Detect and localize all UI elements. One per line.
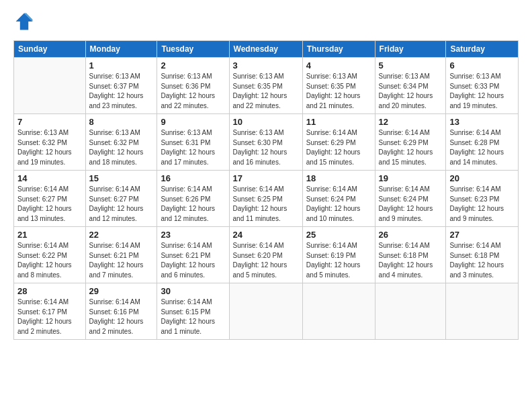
weekday-header-thursday: Thursday	[302, 41, 375, 58]
day-info: Sunrise: 6:13 AM Sunset: 6:37 PM Dayligh…	[89, 72, 154, 111]
weekday-header-tuesday: Tuesday	[157, 41, 229, 58]
calendar-cell: 15Sunrise: 6:14 AM Sunset: 6:27 PM Dayli…	[85, 171, 157, 227]
day-info: Sunrise: 6:14 AM Sunset: 6:15 PM Dayligh…	[161, 298, 225, 336]
calendar-cell: 14Sunrise: 6:14 AM Sunset: 6:27 PM Dayli…	[14, 171, 86, 227]
calendar-cell: 20Sunrise: 6:14 AM Sunset: 6:23 PM Dayli…	[446, 171, 519, 227]
day-number: 6	[449, 60, 515, 71]
calendar-cell: 29Sunrise: 6:14 AM Sunset: 6:16 PM Dayli…	[85, 283, 157, 340]
day-info: Sunrise: 6:14 AM Sunset: 6:28 PM Dayligh…	[449, 128, 515, 167]
weekday-header-wednesday: Wednesday	[229, 41, 302, 58]
day-number: 25	[306, 230, 371, 240]
calendar-cell: 12Sunrise: 6:14 AM Sunset: 6:29 PM Dayli…	[375, 114, 446, 171]
day-info: Sunrise: 6:13 AM Sunset: 6:34 PM Dayligh…	[379, 72, 443, 111]
calendar-cell: 30Sunrise: 6:14 AM Sunset: 6:15 PM Dayli…	[157, 283, 229, 340]
day-number: 4	[306, 60, 371, 71]
day-number: 9	[161, 117, 225, 127]
calendar-cell: 10Sunrise: 6:13 AM Sunset: 6:30 PM Dayli…	[229, 114, 302, 171]
day-number: 1	[89, 60, 154, 71]
day-number: 16	[161, 173, 225, 183]
day-info: Sunrise: 6:14 AM Sunset: 6:29 PM Dayligh…	[379, 128, 443, 167]
calendar-cell: 19Sunrise: 6:14 AM Sunset: 6:24 PM Dayli…	[375, 171, 446, 227]
day-info: Sunrise: 6:13 AM Sunset: 6:30 PM Dayligh…	[233, 128, 299, 167]
day-number: 3	[233, 60, 299, 71]
calendar-cell: 27Sunrise: 6:14 AM Sunset: 6:18 PM Dayli…	[446, 227, 519, 283]
day-number: 21	[17, 230, 82, 240]
calendar-cell: 28Sunrise: 6:14 AM Sunset: 6:17 PM Dayli…	[14, 283, 86, 340]
calendar-cell: 16Sunrise: 6:14 AM Sunset: 6:26 PM Dayli…	[157, 171, 229, 227]
calendar-cell: 2Sunrise: 6:13 AM Sunset: 6:36 PM Daylig…	[157, 58, 229, 114]
day-info: Sunrise: 6:14 AM Sunset: 6:21 PM Dayligh…	[161, 241, 225, 280]
weekday-header-row: SundayMondayTuesdayWednesdayThursdayFrid…	[14, 41, 519, 58]
day-info: Sunrise: 6:14 AM Sunset: 6:29 PM Dayligh…	[306, 128, 371, 167]
day-info: Sunrise: 6:13 AM Sunset: 6:36 PM Dayligh…	[161, 72, 225, 111]
calendar-table: SundayMondayTuesdayWednesdayThursdayFrid…	[13, 40, 519, 340]
day-number: 14	[17, 173, 82, 183]
calendar-week-5: 28Sunrise: 6:14 AM Sunset: 6:17 PM Dayli…	[14, 283, 519, 340]
day-number: 29	[89, 286, 154, 296]
day-info: Sunrise: 6:13 AM Sunset: 6:35 PM Dayligh…	[233, 72, 299, 111]
page: SundayMondayTuesdayWednesdayThursdayFrid…	[0, 0, 532, 411]
day-info: Sunrise: 6:14 AM Sunset: 6:19 PM Dayligh…	[306, 241, 371, 280]
calendar-cell	[14, 58, 86, 114]
calendar-cell: 21Sunrise: 6:14 AM Sunset: 6:22 PM Dayli…	[14, 227, 86, 283]
day-number: 30	[161, 286, 225, 296]
day-number: 22	[89, 230, 154, 240]
weekday-header-saturday: Saturday	[446, 41, 519, 58]
day-number: 2	[161, 60, 225, 71]
calendar-week-1: 1Sunrise: 6:13 AM Sunset: 6:37 PM Daylig…	[14, 58, 519, 114]
day-info: Sunrise: 6:14 AM Sunset: 6:23 PM Dayligh…	[449, 185, 515, 224]
day-number: 8	[89, 117, 154, 127]
day-info: Sunrise: 6:14 AM Sunset: 6:22 PM Dayligh…	[17, 241, 82, 280]
calendar-cell: 18Sunrise: 6:14 AM Sunset: 6:24 PM Dayli…	[302, 171, 375, 227]
day-info: Sunrise: 6:14 AM Sunset: 6:27 PM Dayligh…	[17, 185, 82, 224]
calendar-week-3: 14Sunrise: 6:14 AM Sunset: 6:27 PM Dayli…	[14, 171, 519, 227]
day-info: Sunrise: 6:14 AM Sunset: 6:16 PM Dayligh…	[89, 298, 154, 336]
day-number: 15	[89, 173, 154, 183]
calendar-cell: 3Sunrise: 6:13 AM Sunset: 6:35 PM Daylig…	[229, 58, 302, 114]
day-number: 18	[306, 173, 371, 183]
weekday-header-sunday: Sunday	[14, 41, 86, 58]
calendar-cell: 11Sunrise: 6:14 AM Sunset: 6:29 PM Dayli…	[302, 114, 375, 171]
day-info: Sunrise: 6:13 AM Sunset: 6:32 PM Dayligh…	[89, 128, 154, 167]
calendar-cell: 4Sunrise: 6:13 AM Sunset: 6:35 PM Daylig…	[302, 58, 375, 114]
calendar-cell: 7Sunrise: 6:13 AM Sunset: 6:32 PM Daylig…	[14, 114, 86, 171]
calendar-cell: 24Sunrise: 6:14 AM Sunset: 6:20 PM Dayli…	[229, 227, 302, 283]
calendar-cell: 9Sunrise: 6:13 AM Sunset: 6:31 PM Daylig…	[157, 114, 229, 171]
day-number: 17	[233, 173, 299, 183]
calendar-cell	[302, 283, 375, 340]
calendar-cell: 26Sunrise: 6:14 AM Sunset: 6:18 PM Dayli…	[375, 227, 446, 283]
day-number: 24	[233, 230, 299, 240]
day-info: Sunrise: 6:13 AM Sunset: 6:31 PM Dayligh…	[161, 128, 225, 167]
calendar-cell: 13Sunrise: 6:14 AM Sunset: 6:28 PM Dayli…	[446, 114, 519, 171]
calendar-cell: 17Sunrise: 6:14 AM Sunset: 6:25 PM Dayli…	[229, 171, 302, 227]
calendar-cell: 6Sunrise: 6:13 AM Sunset: 6:33 PM Daylig…	[446, 58, 519, 114]
day-info: Sunrise: 6:14 AM Sunset: 6:27 PM Dayligh…	[89, 185, 154, 224]
calendar-cell: 23Sunrise: 6:14 AM Sunset: 6:21 PM Dayli…	[157, 227, 229, 283]
calendar-cell	[375, 283, 446, 340]
day-info: Sunrise: 6:14 AM Sunset: 6:24 PM Dayligh…	[306, 185, 371, 224]
day-number: 23	[161, 230, 225, 240]
calendar-cell: 22Sunrise: 6:14 AM Sunset: 6:21 PM Dayli…	[85, 227, 157, 283]
day-number: 27	[449, 230, 515, 240]
day-info: Sunrise: 6:13 AM Sunset: 6:33 PM Dayligh…	[449, 72, 515, 111]
calendar-cell	[229, 283, 302, 340]
calendar-cell: 5Sunrise: 6:13 AM Sunset: 6:34 PM Daylig…	[375, 58, 446, 114]
day-number: 10	[233, 117, 299, 127]
weekday-header-monday: Monday	[85, 41, 157, 58]
day-info: Sunrise: 6:14 AM Sunset: 6:25 PM Dayligh…	[233, 185, 299, 224]
header	[13, 12, 519, 34]
day-info: Sunrise: 6:14 AM Sunset: 6:20 PM Dayligh…	[233, 241, 299, 280]
calendar-week-4: 21Sunrise: 6:14 AM Sunset: 6:22 PM Dayli…	[14, 227, 519, 283]
calendar-cell: 8Sunrise: 6:13 AM Sunset: 6:32 PM Daylig…	[85, 114, 157, 171]
day-number: 11	[306, 117, 371, 127]
day-number: 12	[379, 117, 443, 127]
day-info: Sunrise: 6:14 AM Sunset: 6:26 PM Dayligh…	[161, 185, 225, 224]
calendar-week-2: 7Sunrise: 6:13 AM Sunset: 6:32 PM Daylig…	[14, 114, 519, 171]
day-number: 20	[449, 173, 515, 183]
day-info: Sunrise: 6:14 AM Sunset: 6:24 PM Dayligh…	[379, 185, 443, 224]
day-info: Sunrise: 6:13 AM Sunset: 6:32 PM Dayligh…	[17, 128, 82, 167]
day-info: Sunrise: 6:14 AM Sunset: 6:18 PM Dayligh…	[379, 241, 443, 280]
day-number: 19	[379, 173, 443, 183]
day-info: Sunrise: 6:14 AM Sunset: 6:17 PM Dayligh…	[17, 298, 82, 336]
day-info: Sunrise: 6:13 AM Sunset: 6:35 PM Dayligh…	[306, 72, 371, 111]
